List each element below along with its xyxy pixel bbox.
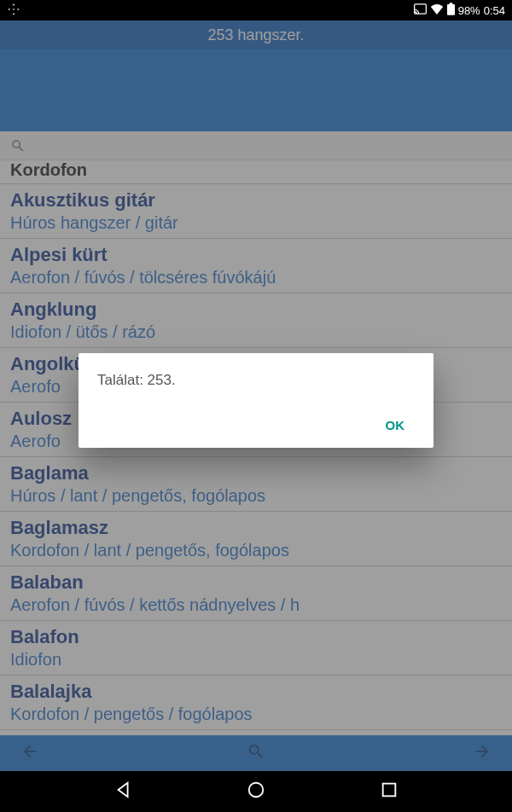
result-dialog: Találat: 253. OK (79, 353, 433, 448)
nav-recent-icon[interactable] (380, 780, 399, 803)
nav-back-icon[interactable] (114, 780, 133, 803)
wifi-icon (430, 3, 444, 17)
svg-rect-4 (382, 784, 395, 797)
cast-icon (414, 3, 427, 17)
battery-icon (447, 3, 455, 18)
ok-button[interactable]: OK (375, 411, 416, 439)
battery-percent: 98% (458, 4, 480, 17)
status-bar: 98% 0:54 (0, 0, 512, 20)
move-indicator (7, 3, 20, 19)
svg-point-3 (249, 783, 264, 798)
svg-rect-2 (449, 3, 452, 4)
system-nav-bar (0, 771, 512, 812)
nav-home-icon[interactable] (247, 780, 265, 803)
dialog-message: Találat: 253. (97, 372, 415, 389)
svg-rect-1 (447, 4, 455, 15)
clock: 0:54 (484, 4, 505, 17)
